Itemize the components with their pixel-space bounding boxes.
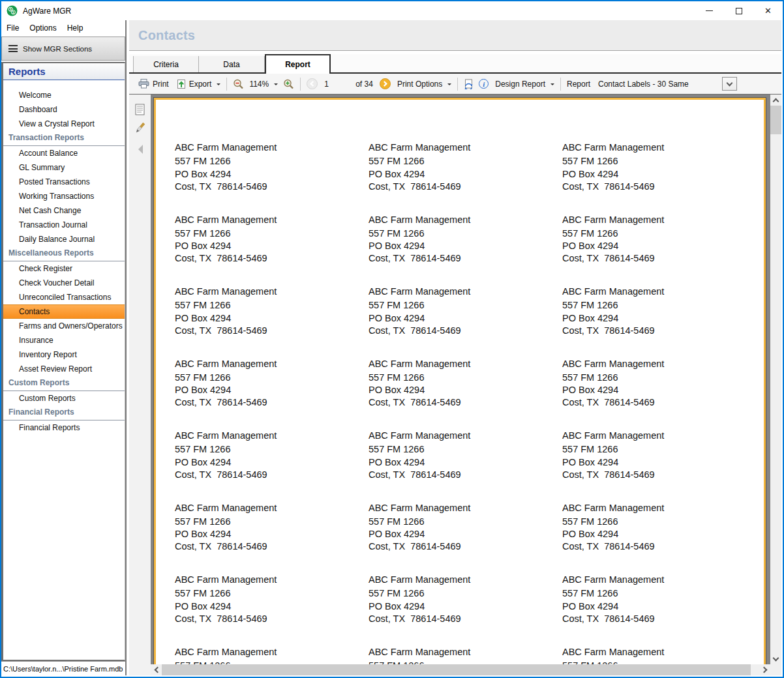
print-options-dropdown[interactable]: Print Options [397,80,451,89]
report-page: ABC Farm Management557 FM 1266PO Box 429… [153,97,766,664]
sidebar-item-unreconciled-transactions[interactable]: Unreconciled Transactions [3,290,125,304]
horizontal-scroll-thumb[interactable] [162,664,751,675]
sidebar-item-financial-reports[interactable]: Financial Reports [3,420,125,435]
sidebar-item-posted-transactions[interactable]: Posted Transactions [3,175,125,189]
zoom-level-dropdown[interactable]: 114% [249,80,278,89]
sidebar-item-view-a-crystal-report[interactable]: View a Crystal Report [3,117,125,131]
label-address2: PO Box 4294 [175,528,369,540]
document-map-icon[interactable] [135,104,145,115]
annotation-pen-icon[interactable] [134,122,146,134]
sidebar-section-custom-reports: Custom Reports [3,376,125,391]
maximize-button[interactable] [724,1,753,20]
address-label: ABC Farm Management557 FM 1266PO Box 429… [369,502,562,574]
sidebar-item-insurance[interactable]: Insurance [3,333,125,347]
sidebar-item-check-voucher-detail[interactable]: Check Voucher Detail [3,276,125,290]
zoom-in-button[interactable] [283,79,294,89]
svg-text:$: $ [10,7,12,11]
label-name: ABC Farm Management [562,358,756,370]
label-name: ABC Farm Management [369,502,562,514]
label-address2: PO Box 4294 [562,384,756,396]
sidebar-item-dashboard[interactable]: Dashboard [3,102,125,117]
tab-report[interactable]: Report [265,54,331,74]
sidebar-item-asset-review-report[interactable]: Asset Review Report [3,362,125,376]
design-report-dropdown[interactable]: Design Report [495,80,554,89]
label-city: Cost, TX 78614-5469 [175,613,369,625]
label-name: ABC Farm Management [369,141,562,154]
tab-strip: Criteria Data Report [129,54,781,74]
label-address1: 557 FM 1266 [369,443,562,456]
label-name: ABC Farm Management [175,430,369,442]
sidebar-item-welcome[interactable]: Welcome [3,88,125,102]
next-page-button[interactable] [380,78,391,89]
address-label: ABC Farm Management557 FM 1266PO Box 429… [369,646,562,665]
label-address1: 557 FM 1266 [175,155,369,168]
menu-options[interactable]: Options [24,21,61,35]
page-number-field[interactable]: 1 [324,80,341,89]
scroll-left-button[interactable] [151,664,162,675]
menu-help[interactable]: Help [62,21,89,35]
sidebar-item-contacts[interactable]: Contacts [3,304,125,319]
report-info-button[interactable]: i [479,79,489,89]
label-address1: 557 FM 1266 [562,587,756,600]
zoom-out-button[interactable] [233,79,244,89]
label-name: ABC Farm Management [175,141,369,154]
sidebar-item-farms-and-owners-operators[interactable]: Farms and Owners/Operators [3,319,125,333]
design-report-caret-icon [550,83,554,87]
label-city: Cost, TX 78614-5469 [175,540,369,553]
report-preview-zone: ABC Farm Management557 FM 1266PO Box 429… [129,94,781,675]
sidebar-item-account-balance[interactable]: Account Balance [3,146,125,160]
report-select-dropdown-button[interactable] [722,77,737,91]
export-icon [177,79,186,89]
scroll-right-button[interactable] [759,664,770,675]
export-label: Export [189,80,212,89]
label-city: Cost, TX 78614-5469 [369,540,562,553]
sidebar-item-transaction-journal[interactable]: Transaction Journal [3,218,125,232]
label-address1: 557 FM 1266 [175,228,369,240]
close-button[interactable]: ✕ [753,1,783,20]
label-address2: PO Box 4294 [562,168,756,181]
address-label: ABC Farm Management557 FM 1266PO Box 429… [369,141,562,214]
vertical-scroll-thumb[interactable] [770,106,781,134]
tab-criteria[interactable]: Criteria [133,56,199,72]
scroll-up-button[interactable] [770,95,781,106]
page-header: Contacts [129,20,781,51]
sidebar-item-custom-reports[interactable]: Custom Reports [3,391,125,405]
report-select-value: Contact Labels - 30 Same [598,80,689,89]
tab-data[interactable]: Data [199,56,265,72]
label-name: ABC Farm Management [562,141,756,154]
collapse-panel-icon[interactable] [134,145,143,154]
sidebar: File Options Help Show MGR Sections Repo… [1,20,125,675]
sidebar-item-gl-summary[interactable]: GL Summary [3,160,125,175]
menu-file[interactable]: File [1,21,24,35]
toolbar-separator [457,78,458,91]
zoom-caret-icon [274,83,278,87]
previous-page-button[interactable] [307,78,318,89]
label-city: Cost, TX 78614-5469 [562,613,756,625]
label-city: Cost, TX 78614-5469 [562,325,756,337]
label-name: ABC Farm Management [369,358,562,370]
address-label: ABC Farm Management557 FM 1266PO Box 429… [175,358,369,430]
label-address2: PO Box 4294 [175,240,369,252]
label-address1: 557 FM 1266 [562,299,756,312]
vertical-scrollbar[interactable] [770,95,781,664]
export-button[interactable]: Export [177,79,221,89]
address-label: ABC Farm Management557 FM 1266PO Box 429… [175,574,369,646]
refresh-report-button[interactable] [464,79,474,89]
label-address2: PO Box 4294 [369,168,562,181]
print-button[interactable]: Print [138,79,169,89]
print-options-caret-icon [447,83,451,87]
sidebar-item-inventory-report[interactable]: Inventory Report [3,347,125,362]
scroll-down-button[interactable] [770,653,781,664]
sidebar-item-net-cash-change[interactable]: Net Cash Change [3,203,125,218]
minimize-button[interactable] [695,1,724,20]
label-address2: PO Box 4294 [562,600,756,613]
minimize-icon [706,10,713,11]
sidebar-item-daily-balance-journal[interactable]: Daily Balance Journal [3,232,125,246]
show-mgr-sections-button[interactable]: Show MGR Sections [1,37,125,61]
sidebar-item-check-register[interactable]: Check Register [3,261,125,276]
chevron-down-icon [727,80,733,86]
horizontal-scrollbar[interactable] [151,664,770,675]
report-toolbar: Print Export 114% [129,74,781,94]
label-address1: 557 FM 1266 [369,587,562,600]
sidebar-item-working-transactions[interactable]: Working Transactions [3,189,125,203]
